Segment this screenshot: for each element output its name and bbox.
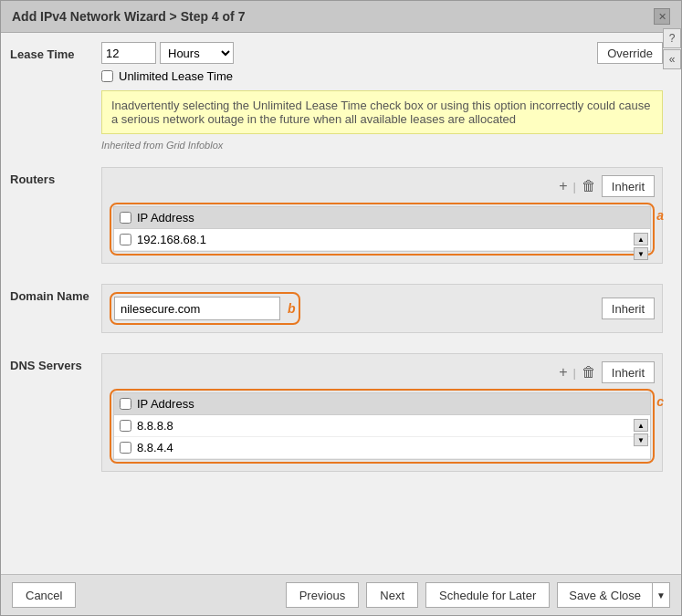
routers-scroll-down[interactable]: ▼ [634, 247, 648, 260]
hours-select[interactable]: Seconds Minutes Hours Days [160, 42, 234, 64]
routers-table-outline: a IP Address 192.168.68.1 ▲ [110, 203, 655, 256]
dns-wrapper: + | 🗑 Inherit c IP Address [101, 353, 663, 472]
dns-annotation: c [656, 394, 664, 409]
lease-time-input[interactable] [101, 42, 156, 64]
routers-section: Routers + | 🗑 Inherit a IP Ad [10, 167, 663, 267]
routers-table-header: IP Address [114, 207, 650, 229]
routers-toolbar: + | 🗑 Inherit [110, 175, 655, 197]
dns-table-header: IP Address [114, 393, 650, 415]
routers-row-1-checkbox[interactable] [120, 234, 131, 245]
unlimited-lease-row: Unlimited Lease Time [101, 69, 663, 83]
collapse-button[interactable]: « [663, 49, 681, 69]
help-button[interactable]: ? [663, 28, 681, 48]
routers-delete-button[interactable]: 🗑 [580, 178, 598, 194]
warning-box: Inadvertently selecting the Unlimited Le… [101, 90, 663, 134]
lease-time-section: Lease Time Seconds Minutes Hours Days Ov… [10, 42, 663, 151]
domain-name-section: Domain Name b Inherit [10, 284, 663, 337]
dns-table-outline: c IP Address 8.8.8.8 [110, 389, 655, 464]
dns-inherit-button[interactable]: Inherit [602, 361, 655, 383]
dns-header-checkbox[interactable] [120, 398, 131, 410]
save-close-button[interactable]: Save & Close [557, 582, 652, 608]
routers-wrapper: + | 🗑 Inherit a IP Address [101, 167, 663, 264]
dns-toolbar-separator: | [572, 366, 575, 380]
save-close-dropdown[interactable]: ▼ [652, 582, 670, 608]
save-close-group: Save & Close ▼ [557, 582, 670, 608]
domain-row: b Inherit [110, 292, 655, 325]
previous-button[interactable]: Previous [286, 582, 360, 608]
next-button[interactable]: Next [366, 582, 418, 608]
toolbar-separator: | [572, 180, 575, 193]
dns-table: IP Address 8.8.8.8 8.8.4.4 ▲ [113, 392, 651, 460]
routers-header-checkbox[interactable] [120, 212, 131, 224]
domain-annotation: b [288, 301, 296, 316]
routers-row-1[interactable]: 192.168.68.1 [114, 229, 650, 251]
dns-scroll: ▲ ▼ [634, 419, 648, 446]
main-content: Lease Time Seconds Minutes Hours Days Ov… [1, 33, 681, 574]
dns-row-1[interactable]: 8.8.8.8 [114, 415, 650, 437]
dns-servers-section: DNS Servers + | 🗑 Inherit c I [10, 353, 663, 475]
dns-row-1-ip: 8.8.8.8 [137, 419, 173, 433]
dns-delete-button[interactable]: 🗑 [580, 364, 598, 381]
dns-row-1-checkbox[interactable] [120, 420, 131, 432]
domain-name-label: Domain Name [10, 284, 101, 337]
domain-inherit-button[interactable]: Inherit [602, 298, 655, 319]
lease-time-label: Lease Time [10, 42, 101, 151]
footer: Cancel Previous Next Schedule for Later … [1, 574, 681, 615]
override-button[interactable]: Override [597, 42, 663, 64]
domain-input-outline: b [110, 292, 300, 325]
dns-scroll-up[interactable]: ▲ [634, 419, 648, 432]
unlimited-lease-checkbox[interactable] [101, 70, 113, 82]
routers-table: IP Address 192.168.68.1 ▲ ▼ [113, 206, 651, 252]
schedule-button[interactable]: Schedule for Later [425, 582, 550, 608]
lease-time-row: Seconds Minutes Hours Days Override [101, 42, 663, 64]
warning-text: Inadvertently selecting the Unlimited Le… [111, 99, 650, 126]
dns-servers-label: DNS Servers [10, 353, 101, 475]
routers-inherit-button[interactable]: Inherit [602, 175, 655, 197]
routers-annotation: a [656, 208, 664, 223]
routers-column-header: IP Address [137, 211, 194, 224]
dns-add-button[interactable]: + [557, 364, 569, 381]
routers-add-button[interactable]: + [557, 178, 569, 194]
dns-scroll-down[interactable]: ▼ [634, 433, 648, 446]
dns-row-2[interactable]: 8.8.4.4 [114, 437, 650, 459]
footer-right: Previous Next Schedule for Later Save & … [286, 582, 670, 608]
domain-name-content: b Inherit [101, 284, 663, 337]
routers-content: + | 🗑 Inherit a IP Address [101, 167, 663, 267]
dns-servers-content: + | 🗑 Inherit c IP Address [101, 353, 663, 475]
dns-toolbar: + | 🗑 Inherit [110, 361, 655, 383]
dns-row-2-ip: 8.8.4.4 [137, 441, 173, 454]
unlimited-lease-label: Unlimited Lease Time [119, 69, 233, 83]
cancel-button[interactable]: Cancel [12, 582, 76, 608]
title-bar: Add IPv4 Network Wizard > Step 4 of 7 ✕ [1, 1, 681, 33]
domain-name-input[interactable] [114, 297, 280, 320]
lease-time-content: Seconds Minutes Hours Days Override Unli… [101, 42, 663, 151]
routers-scroll-up[interactable]: ▲ [634, 233, 648, 245]
inherited-text: Inherited from Grid Infoblox [101, 140, 663, 151]
routers-row-1-ip: 192.168.68.1 [137, 233, 206, 246]
dialog-window: Add IPv4 Network Wizard > Step 4 of 7 ✕ … [0, 0, 682, 616]
close-button[interactable]: ✕ [654, 8, 670, 25]
dns-row-2-checkbox[interactable] [120, 442, 131, 454]
routers-scroll: ▲ ▼ [634, 233, 648, 260]
domain-wrapper: b Inherit [101, 284, 663, 333]
routers-label: Routers [10, 167, 101, 267]
dns-column-header: IP Address [137, 397, 194, 411]
dialog-title: Add IPv4 Network Wizard > Step 4 of 7 [12, 9, 245, 24]
help-panel: ? « [663, 28, 681, 70]
